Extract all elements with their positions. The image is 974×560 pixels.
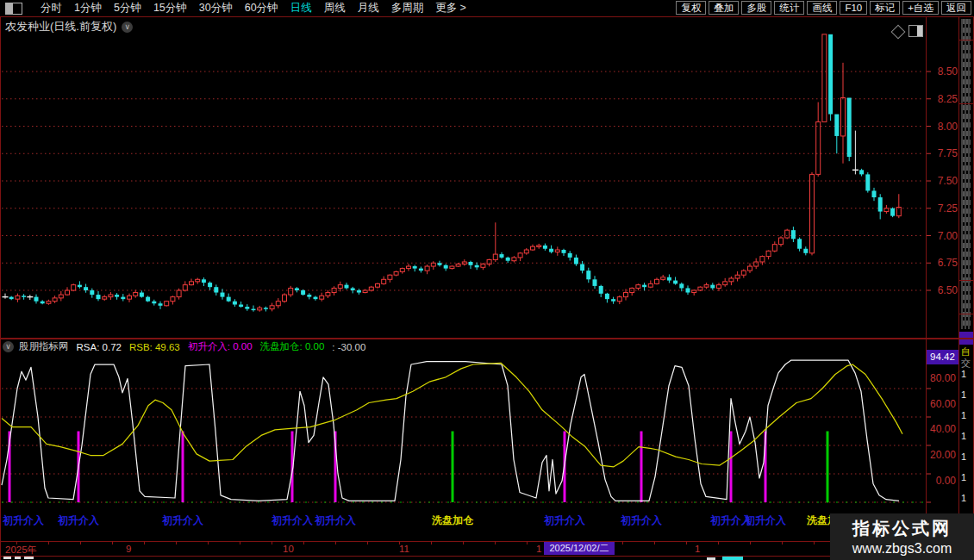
period-tab-更多 >[interactable]: 更多 >	[429, 1, 472, 16]
panel-separator[interactable]	[0, 338, 974, 339]
date-axis-tick	[654, 541, 655, 544]
frame-line	[0, 0, 1, 560]
stock-title[interactable]: 农发种业(日线.前复权)	[5, 19, 116, 34]
date-axis-tick	[16, 541, 17, 544]
date-axis-tick	[176, 541, 177, 544]
period-tab-60分钟[interactable]: 60分钟	[239, 1, 284, 16]
pane-toggle-fill	[917, 26, 922, 36]
sidebar-item-number[interactable]: 1	[961, 472, 971, 482]
action-button-统计[interactable]: 统计	[774, 1, 804, 15]
date-axis-tick	[622, 541, 623, 544]
action-button-+自选[interactable]: +自选	[902, 1, 939, 15]
date-axis-tick	[463, 541, 464, 544]
strip-divider	[959, 280, 974, 281]
price-axis-label: 8.25	[928, 93, 958, 105]
period-tab-多周期[interactable]: 多周期	[385, 1, 430, 16]
chart-canvas	[0, 0, 974, 560]
signal-label-初升介入: 初升介入	[271, 513, 314, 528]
indicator-axis-label: 60.00	[927, 398, 956, 410]
sidebar-item-number[interactable]: 1	[961, 431, 971, 441]
price-axis-label: 7.00	[928, 230, 958, 242]
signal-label-初升介入: 初升介入	[744, 513, 787, 528]
sidebar-item-char[interactable]: 交	[961, 357, 971, 370]
period-tab-周线[interactable]: 周线	[318, 1, 352, 16]
signal-label-初升介入: 初升介入	[161, 513, 204, 528]
indicator-source[interactable]: 股朋指标网	[19, 340, 69, 353]
action-button-返回[interactable]: 返回	[941, 1, 971, 15]
period-tab-月线[interactable]: 月线	[352, 1, 385, 16]
action-button-标记[interactable]: 标记	[870, 1, 900, 15]
date-axis-label: 9	[126, 544, 131, 554]
date-highlight-badge: 2025/12/02/二	[544, 542, 615, 555]
date-axis-label: 1	[536, 544, 541, 554]
sidebar-item-number[interactable]: 1	[961, 410, 971, 420]
date-axis-tick	[80, 541, 81, 544]
action-button-画线[interactable]: 画线	[807, 1, 837, 15]
clipped-text-fragment	[722, 557, 743, 560]
signal-label-初升介入: 初升介入	[620, 513, 663, 528]
date-axis-tick	[814, 541, 815, 544]
sidebar-item-number[interactable]: 1	[961, 493, 971, 503]
price-axis-label: 8.00	[928, 121, 958, 133]
date-axis-tick	[208, 541, 209, 544]
indicator-axis-label: 80.00	[927, 372, 956, 384]
period-tab-5分钟[interactable]: 5分钟	[108, 1, 147, 16]
stock-app-window: 分时1分钟5分钟15分钟30分钟60分钟日线周线月线多周期更多 > 复权叠加多股…	[0, 0, 974, 560]
action-button-多股[interactable]: 多股	[741, 1, 771, 15]
frame-line	[958, 17, 959, 560]
signal-label-初升介入: 初升介入	[57, 513, 100, 528]
strip-divider	[959, 314, 974, 314]
price-axis-label: 7.25	[928, 202, 958, 215]
action-button-复权[interactable]: 复权	[676, 1, 706, 15]
date-axis-label: 11	[399, 544, 409, 554]
signal2-value: 洗盘加仓: 0.00	[260, 340, 325, 353]
split-window-icon-fill	[6, 3, 13, 14]
title-chevron-down-icon[interactable]: ∨	[122, 22, 133, 33]
action-button-F10[interactable]: F10	[840, 1, 867, 15]
period-tab-日线[interactable]: 日线	[284, 1, 318, 16]
sidebar-vertical-text	[961, 19, 971, 329]
price-axis-label: 7.50	[928, 175, 958, 187]
site-watermark: 指标公式网 www.zbgs3.com	[830, 513, 974, 560]
watermark-site-name: 指标公式网	[830, 517, 974, 540]
sidebar-item-number[interactable]: 1	[961, 389, 971, 400]
frame-line	[0, 16, 974, 17]
pane-toggle-icon[interactable]	[908, 25, 923, 37]
date-axis-tick	[527, 541, 528, 544]
period-toolbar: 分时1分钟5分钟15分钟30分钟60分钟日线周线月线多周期更多 > 复权叠加多股…	[0, 0, 974, 16]
indicator-header: ∨ 股朋指标网 RSA: 0.72 RSB: 49.63 初升介入: 0.00 …	[3, 340, 373, 353]
signal1-value: 初升介入: 0.00	[188, 340, 253, 353]
indicator-axis-label: 0.00	[927, 475, 956, 487]
date-axis-tick	[782, 541, 783, 544]
rsa-value: RSA: 0.72	[77, 342, 122, 352]
sidebar-item-number[interactable]: 1	[961, 369, 971, 379]
indicator-chevron-icon[interactable]: ∨	[3, 341, 14, 352]
date-axis-tick	[335, 541, 336, 544]
period-tab-15分钟[interactable]: 15分钟	[147, 1, 193, 16]
period-tabs: 分时1分钟5分钟15分钟30分钟60分钟日线周线月线多周期更多 >	[34, 1, 472, 16]
signal-label-初升介入: 初升介入	[314, 513, 357, 528]
split-window-icon[interactable]	[5, 3, 22, 15]
price-axis-label: 6.50	[928, 284, 958, 296]
date-axis-tick	[718, 541, 719, 544]
rsb-value: RSB: 49.63	[129, 342, 180, 352]
price-axis-label: 7.75	[928, 147, 958, 159]
date-axis-tick	[303, 541, 304, 544]
period-tab-1分钟[interactable]: 1分钟	[68, 1, 108, 16]
watermark-site-url: www.zbgs3.com	[830, 541, 974, 557]
date-axis-label: 2025年	[5, 544, 37, 557]
sidebar-item-number[interactable]: 1	[961, 451, 971, 462]
date-axis-tick	[495, 541, 496, 544]
clipped-text-fragment	[15, 557, 21, 559]
frame-line	[0, 556, 974, 557]
period-tab-30分钟[interactable]: 30分钟	[193, 1, 239, 16]
action-button-叠加[interactable]: 叠加	[709, 1, 739, 15]
chart-title-row: 农发种业(日线.前复权) ∨	[5, 19, 133, 34]
price-axis-label: 6.75	[928, 257, 958, 269]
price-axis-label: 8.50	[928, 65, 958, 78]
right-sidebar-strip[interactable]: 自 交 1111111	[959, 17, 973, 560]
period-tab-分时[interactable]: 分时	[34, 1, 68, 16]
action-buttons: 复权叠加多股统计画线F10标记+自选返回	[673, 1, 971, 15]
date-axis-tick	[750, 541, 751, 544]
signal-label-洗盘加仓: 洗盘加仓	[431, 513, 474, 528]
